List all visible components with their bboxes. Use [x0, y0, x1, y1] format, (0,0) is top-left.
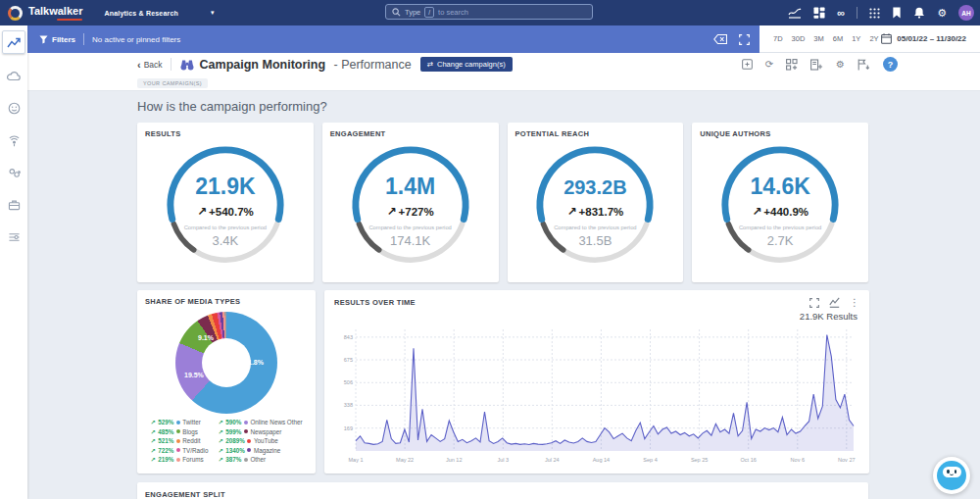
kpi-compare-text: Compared to the previous period — [348, 225, 473, 230]
sidebar-item-influence[interactable] — [3, 129, 24, 151]
refresh-icon[interactable]: ⟳ — [765, 60, 773, 70]
svg-text:Nov 6: Nov 6 — [791, 457, 805, 463]
legend-item-reddit[interactable]: ↗521%Reddit — [150, 437, 208, 444]
change-campaign-button[interactable]: ⇄ Change campaign(s) — [420, 57, 513, 72]
sidebar-item-channels[interactable] — [3, 65, 24, 86]
legend-item-newspaper[interactable]: ↗599%Newspaper — [219, 428, 303, 435]
legend-dot — [176, 448, 180, 452]
media-legend: ↗529%Twitter↗590%Online News Other↗485%B… — [145, 419, 308, 463]
export-report-icon[interactable] — [810, 59, 823, 71]
legend-item-online-news-other[interactable]: ↗590%Online News Other — [219, 419, 303, 425]
dashboard-icon[interactable] — [813, 7, 825, 19]
bell-icon[interactable] — [913, 7, 925, 19]
legend-item-other[interactable]: ↗387%Other — [219, 456, 303, 463]
legend-item-twitter[interactable]: ↗529%Twitter — [150, 419, 208, 425]
calendar-icon — [881, 33, 892, 44]
legend-item-youtube[interactable]: ↗2089%YouTube — [219, 437, 303, 444]
svg-text:Aug 14: Aug 14 — [593, 457, 610, 463]
svg-text:843: 843 — [344, 334, 353, 340]
sidebar-item-customer-feedback[interactable] — [3, 97, 24, 119]
bookmark-icon[interactable] — [892, 7, 902, 19]
legend-dot — [244, 421, 248, 424]
legend-dot — [247, 448, 251, 452]
apps-grid-icon[interactable] — [869, 8, 880, 19]
svg-text:Oct 16: Oct 16 — [741, 457, 757, 463]
workspace-selector[interactable]: Analytics & Research ▾ — [104, 9, 214, 17]
kpi-previous-value: 3.4K — [163, 233, 288, 248]
sidebar-item-analytics[interactable] — [2, 30, 25, 54]
media-types-title: SHARE OF MEDIA TYPES — [145, 297, 308, 306]
svg-text:Jul 24: Jul 24 — [545, 457, 560, 463]
legend-item-blogs[interactable]: ↗485%Blogs — [150, 428, 208, 435]
broadcast-icon — [8, 134, 21, 147]
audience-icon — [8, 167, 21, 179]
expand-icon[interactable] — [809, 298, 819, 308]
kpi-previous-value: 174.1K — [348, 233, 473, 248]
legend-dot — [244, 458, 248, 462]
trend-up-icon: ↗ — [150, 437, 155, 444]
svg-text:169: 169 — [344, 425, 353, 431]
date-range-text: 05/01/22 – 11/30/22 — [897, 34, 966, 43]
legend-dot — [244, 429, 248, 433]
date-range-picker[interactable]: 05/01/22 – 11/30/22 — [881, 33, 966, 44]
assistant-chat-button[interactable] — [933, 457, 970, 494]
legend-item-magazine[interactable]: ↗1340%Magazine — [219, 447, 303, 454]
duplicate-icon[interactable] — [742, 59, 753, 70]
sidebar-item-audience[interactable] — [3, 162, 24, 183]
results-line-chart[interactable]: 169338506675843May 1May 22Jun 12Jul 3Jul… — [334, 322, 859, 465]
trend-up-icon: ↗ — [150, 428, 155, 435]
help-button[interactable]: ? — [883, 57, 898, 72]
kpi-label: RESULTS — [145, 129, 306, 138]
range-7d[interactable]: 7D — [773, 34, 783, 43]
robot-icon — [937, 461, 966, 490]
cloud-icon — [7, 71, 21, 81]
hide-panel-icon[interactable] — [713, 34, 727, 44]
filters-button[interactable]: Filters — [39, 35, 75, 44]
page-title: Campaign Monitoring - Performance — [179, 58, 412, 72]
svg-text:Sep 4: Sep 4 — [643, 457, 657, 463]
legend-item-forums[interactable]: ↗219%Forums — [150, 456, 208, 463]
chart-type-icon[interactable] — [829, 297, 840, 308]
range-30d[interactable]: 30D — [792, 34, 806, 43]
trend-icon[interactable] — [788, 7, 802, 19]
gear-icon[interactable]: ⚙ — [937, 8, 947, 18]
kpi-gauge: 21.9K ↗+540.7% Compared to the previous … — [163, 142, 288, 268]
trend-up-icon: ↗ — [219, 419, 223, 425]
legend-dot — [176, 429, 180, 433]
sidebar-item-settings[interactable] — [3, 226, 24, 248]
avatar[interactable]: AH — [958, 5, 974, 21]
svg-text:675: 675 — [344, 357, 353, 363]
sidebar-item-market-intel[interactable] — [3, 194, 24, 216]
add-widget-icon[interactable] — [786, 59, 798, 71]
settings-icon[interactable]: ⚙ — [836, 60, 845, 70]
filter-bar: Filters No active or pinned filters 7D30… — [27, 25, 980, 53]
svg-text:May 1: May 1 — [349, 457, 364, 463]
share-of-media-types-card: SHARE OF MEDIA TYPES 61.8% 19.5% 9.1% ↗5… — [137, 290, 316, 474]
kebab-menu-icon[interactable]: ⋮ — [850, 298, 859, 308]
kpi-value: 293.2B — [532, 176, 658, 199]
chevron-left-icon: ‹ — [137, 61, 141, 69]
talkwalker-logo[interactable]: Talkwalker — [8, 6, 82, 21]
range-1y[interactable]: 1Y — [852, 34, 860, 43]
fullscreen-icon[interactable] — [739, 34, 750, 45]
legend-item-tv-radio[interactable]: ↗722%TV/Radio — [150, 447, 208, 454]
search-input[interactable]: Type / to search — [385, 4, 593, 20]
kpi-card-unique-authors: UNIQUE AUTHORS 14.6K ↗+440.9% Compared t… — [692, 123, 868, 282]
trend-chart-icon — [7, 36, 21, 49]
slash-key-badge: / — [424, 7, 434, 18]
your-campaigns-tag[interactable]: YOUR CAMPAIGN(S) — [137, 78, 208, 88]
results-over-time-title: RESULTS OVER TIME — [334, 298, 416, 307]
kpi-gauge: 293.2B ↗+831.7% Compared to the previous… — [532, 142, 658, 268]
slice-label-blogs: 9.1% — [198, 334, 214, 341]
range-6m[interactable]: 6M — [833, 34, 843, 43]
range-3m[interactable]: 3M — [813, 34, 823, 43]
legend-dot — [176, 421, 180, 424]
back-button[interactable]: ‹ Back — [137, 60, 163, 70]
engagement-split-card: ENGAGEMENT SPLIT — [137, 482, 868, 499]
kpi-gauge: 1.4M ↗+727% Compared to the previous per… — [348, 142, 473, 268]
infinity-icon[interactable]: ∞ — [837, 8, 845, 18]
media-types-donut[interactable]: 61.8% 19.5% 9.1% — [175, 312, 277, 414]
kpi-value: 1.4M — [348, 174, 473, 200]
flag-export-icon[interactable] — [858, 59, 870, 71]
range-2y[interactable]: 2Y — [869, 34, 878, 43]
